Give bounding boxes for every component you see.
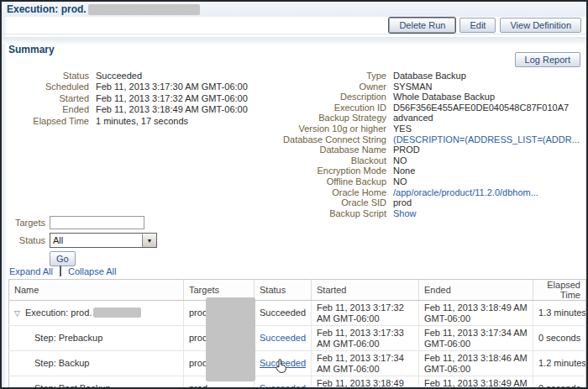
targets-filter-label: Targets	[8, 218, 45, 228]
row-elapsed: 0 seconds	[533, 326, 586, 351]
field-label: Execution ID	[282, 103, 386, 113]
toolbar: Delete Run Edit View Definition	[389, 18, 581, 33]
field-label: Database Name	[282, 145, 386, 155]
field-value: 1 minutes, 17 seconds	[96, 116, 188, 127]
chevron-down-icon[interactable]: ▼	[142, 234, 156, 247]
field-value: Database Backup	[393, 71, 466, 81]
field-value: YES	[393, 124, 412, 134]
status-filter-select[interactable]: All ▼	[50, 233, 157, 248]
summary-heading: Summary	[8, 44, 55, 55]
row-ended: Feb 11, 2013 3:17:34 AM GMT-06:00	[419, 326, 533, 351]
field-label: Offline Backup	[282, 176, 386, 187]
row-started: Feb 11, 2013 3:17:34 AM GMT-06:00	[312, 351, 419, 376]
field-value: Feb 11, 2013 3:18:49 AM GMT-06:00	[96, 104, 248, 115]
field-value: advanced	[393, 113, 433, 124]
row-elapsed: 1.3 minutes	[533, 301, 586, 326]
field-value: NO	[393, 176, 407, 187]
status-succeeded-link[interactable]: Succeeded	[260, 333, 306, 343]
delete-run-button[interactable]: Delete Run	[389, 18, 455, 33]
field-value: Whole Database Backup	[393, 92, 495, 103]
field-label: Database Connect String	[282, 134, 386, 145]
row-status: Succeeded	[255, 301, 312, 326]
redacted-text	[93, 308, 141, 318]
execution-steps-table: Name Targets Status Started Ended Elapse…	[8, 279, 586, 389]
field-label: Ended	[8, 104, 89, 115]
row-started: Feb 11, 2013 3:18:49 AM GMT-06:00	[312, 376, 419, 389]
redacted-text	[88, 4, 200, 15]
field-value: None	[393, 166, 415, 176]
row-ended: Feb 11, 2013 3:18:49 AM GMT-06:00	[419, 301, 533, 326]
column-header-ended: Ended	[419, 280, 533, 301]
edit-button[interactable]: Edit	[459, 18, 496, 33]
database-connect-string-link[interactable]: (DESCRIPTION=(ADDRESS_LIST=(ADDR...	[393, 134, 580, 145]
log-report-button[interactable]: Log Report	[515, 52, 580, 67]
filter-panel: Targets Status All ▼ Go	[8, 216, 157, 270]
collapse-all-link[interactable]: Collapse All	[68, 266, 116, 276]
results-table-container: Name Targets Status Started Ended Elapse…	[8, 279, 585, 389]
field-label: Oracle Home	[282, 187, 386, 198]
field-value: PROD	[393, 145, 420, 155]
table-header-row: Name Targets Status Started Ended Elapse…	[9, 280, 586, 301]
status-filter-label: Status	[8, 235, 45, 245]
mouse-hand-cursor	[275, 358, 287, 374]
field-value: D56F356E455AFE0DE040548C87F010A7	[393, 103, 569, 113]
view-definition-button[interactable]: View Definition	[500, 18, 581, 33]
row-elapsed: 0 seconds	[533, 376, 586, 389]
field-label: Version 10g or higher	[282, 124, 386, 134]
table-row: Step: Backup prod. Succeeded Feb 11, 201…	[9, 351, 586, 376]
collapse-triangle-icon[interactable]: ▽	[14, 309, 20, 318]
field-label: Type	[282, 71, 386, 81]
row-name: Step: Prebackup	[14, 333, 102, 344]
page-left-edge-shading	[2, 2, 8, 387]
row-name: Step: Backup	[14, 358, 89, 369]
row-elapsed: 1.2 minutes	[533, 351, 586, 376]
summary-right-column: TypeDatabase Backup OwnerSYSMAN Descript…	[282, 71, 580, 218]
section-header-band	[2, 37, 586, 44]
field-label: Backup Strategy	[282, 113, 386, 124]
summary-left-column: StatusSucceeded ScheduledFeb 11, 2013 3:…	[8, 71, 248, 127]
field-label: Started	[8, 93, 89, 104]
field-label: Backup Script	[282, 208, 386, 219]
title-bar: Execution: prod.	[2, 2, 586, 17]
link-separator	[60, 265, 61, 276]
field-label: Elapsed Time	[8, 116, 89, 127]
status-filter-selected-value: All	[50, 235, 142, 245]
table-row: ▽Execution: prod. prod. Succeeded Feb 11…	[9, 301, 586, 326]
row-name: Execution: prod.	[25, 308, 92, 318]
column-header-status: Status	[255, 280, 312, 301]
expand-collapse-links: Expand All Collapse All	[9, 265, 116, 276]
row-started: Feb 11, 2013 3:17:32 AM GMT-06:00	[312, 301, 419, 326]
toolbar-divider	[2, 34, 586, 34]
field-label: Description	[282, 92, 386, 103]
row-started: Feb 11, 2013 3:17:33 AM GMT-06:00	[312, 326, 419, 351]
column-header-name: Name	[9, 280, 184, 301]
row-ended: Feb 11, 2013 3:18:46 AM GMT-06:00	[419, 351, 533, 376]
backup-script-show-link[interactable]: Show	[393, 208, 417, 219]
field-label: Oracle SID	[282, 197, 386, 208]
go-button[interactable]: Go	[50, 251, 76, 266]
redacted-text	[206, 297, 255, 381]
oracle-home-link[interactable]: /app/oracle/product/11.2.0/dbhom...	[393, 187, 538, 198]
field-value: prod	[393, 197, 412, 208]
field-value: Feb 11, 2013 3:17:30 AM GMT-06:00	[96, 81, 248, 92]
table-row: Step: Prebackup prod. Succeeded Feb 11, …	[9, 326, 586, 351]
field-label: Encryption Mode	[282, 166, 386, 176]
targets-filter-input[interactable]	[50, 216, 144, 229]
column-header-started: Started	[312, 280, 419, 301]
status-succeeded-link[interactable]: Succeeded	[260, 383, 306, 389]
field-value: Succeeded	[96, 71, 142, 81]
field-value: Feb 11, 2013 3:17:32 AM GMT-06:00	[96, 93, 248, 104]
field-label: Scheduled	[8, 81, 89, 92]
table-row: Step: Post Backup prod. Succeeded Feb 11…	[9, 376, 586, 389]
page-title: Execution: prod.	[7, 3, 87, 15]
field-label: Owner	[282, 81, 386, 92]
field-label: Blackout	[282, 155, 386, 166]
row-ended: Feb 11, 2013 3:18:49 AM GMT-06:00	[419, 376, 533, 389]
field-value: NO	[393, 155, 407, 166]
row-name: Step: Post Backup	[14, 383, 111, 389]
column-header-elapsed-time: Elapsed Time	[533, 280, 586, 301]
expand-all-link[interactable]: Expand All	[9, 266, 53, 276]
field-label: Status	[8, 71, 89, 81]
execution-detail-page: Execution: prod. Delete Run Edit View De…	[0, 0, 588, 389]
field-value: SYSMAN	[393, 81, 432, 92]
